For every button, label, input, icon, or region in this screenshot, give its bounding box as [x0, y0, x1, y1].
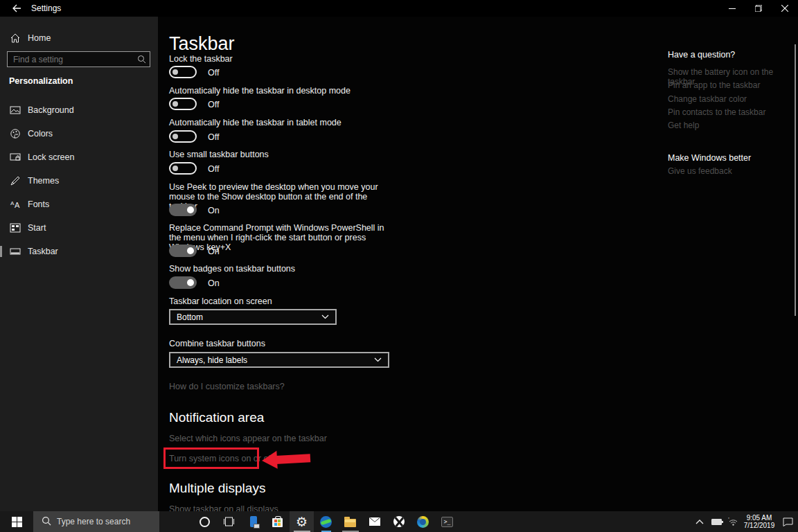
combine-buttons-dropdown[interactable]: Always, hide labels — [169, 352, 389, 368]
sidebar-item-home[interactable]: Home — [0, 26, 158, 50]
show-hidden-icons-button[interactable] — [691, 511, 708, 532]
clock-time: 9:05 AM — [741, 514, 777, 522]
battery-icon — [711, 519, 722, 525]
help-link[interactable]: Get help — [668, 121, 699, 130]
sidebar-item-label: Background — [28, 105, 74, 115]
toggle-label: Use small taskbar buttons — [169, 150, 398, 159]
chevron-down-icon — [321, 314, 335, 319]
task-view-icon — [223, 517, 235, 526]
settings-search-input[interactable] — [8, 55, 134, 64]
xbox-button[interactable] — [387, 511, 411, 532]
sidebar-item-colors[interactable]: Colors — [0, 122, 158, 145]
dropdown-label: Taskbar location on screen — [169, 296, 272, 306]
toggle-state: On — [208, 278, 220, 288]
your-phone-button[interactable] — [241, 511, 265, 532]
chevron-up-icon — [695, 520, 704, 524]
action-center-button[interactable] — [777, 511, 798, 532]
back-button[interactable] — [6, 0, 28, 17]
sidebar-item-label: Fonts — [28, 200, 49, 209]
minimize-icon — [729, 5, 736, 12]
your-phone-icon — [250, 516, 257, 527]
page-title: Taskbar — [169, 33, 235, 55]
command-prompt-icon: >_ — [441, 517, 453, 527]
lock-screen-icon — [10, 152, 21, 163]
select-icons-link[interactable]: Select which icons appear on the taskbar — [169, 434, 327, 443]
notification-area-heading: Notification area — [169, 410, 264, 425]
toggle-state: Off — [208, 68, 219, 78]
toggle-label: Automatically hide the taskbar in tablet… — [169, 118, 398, 127]
sidebar-item-label: Colors — [28, 129, 53, 139]
toggle-small-buttons[interactable] — [169, 162, 197, 175]
sidebar-item-fonts[interactable]: AA Fonts — [0, 193, 158, 216]
file-explorer-button[interactable] — [338, 511, 362, 532]
start-button[interactable] — [0, 511, 33, 532]
have-a-question-heading: Have a question? — [668, 50, 735, 60]
settings-taskbar-button[interactable]: ⚙ — [290, 511, 314, 532]
sidebar-item-label: Home — [28, 33, 51, 43]
toggle-badges[interactable] — [169, 276, 197, 289]
app-globe-icon — [320, 516, 332, 528]
background-icon — [10, 105, 21, 116]
toggle-peek[interactable] — [169, 204, 197, 216]
task-view-button[interactable] — [217, 511, 241, 532]
command-prompt-button[interactable]: >_ — [435, 511, 459, 532]
toggle-state: On — [208, 206, 220, 215]
sidebar-item-label: Lock screen — [28, 152, 74, 162]
dropdown-label: Combine taskbar buttons — [169, 339, 265, 348]
mail-icon — [369, 517, 380, 526]
help-link[interactable]: Change taskbar color — [668, 94, 747, 104]
cortana-button[interactable] — [193, 511, 217, 532]
taskbar-location-dropdown[interactable]: Bottom — [169, 309, 337, 325]
toggle-powershell[interactable] — [169, 245, 197, 257]
restore-button[interactable] — [745, 0, 772, 17]
make-windows-better-heading: Make Windows better — [668, 153, 751, 163]
taskbar-search-placeholder: Type here to search — [57, 517, 130, 526]
taskbar-clock[interactable]: 9:05 AM 7/12/2019 — [741, 514, 777, 529]
customize-taskbars-link[interactable]: How do I customize taskbars? — [169, 382, 285, 391]
sidebar-item-themes[interactable]: Themes — [0, 169, 158, 193]
toggle-state: Off — [208, 132, 219, 142]
toggle-label: Automatically hide the taskbar in deskto… — [169, 86, 398, 96]
sidebar-item-start[interactable]: Start — [0, 216, 158, 240]
settings-search-box[interactable] — [7, 51, 150, 67]
scrollbar[interactable] — [795, 44, 796, 316]
network-tray-button[interactable]: * — [725, 511, 741, 532]
home-icon — [10, 33, 21, 44]
windows-start-icon — [12, 517, 22, 527]
svg-text:A: A — [15, 201, 20, 209]
toggle-autohide-tablet[interactable] — [169, 130, 197, 143]
xbox-icon — [393, 516, 405, 527]
toggle-state: Off — [208, 164, 219, 174]
sidebar-item-taskbar[interactable]: Taskbar — [0, 240, 158, 263]
battery-tray-button[interactable] — [708, 511, 725, 532]
search-icon[interactable] — [134, 53, 148, 66]
close-icon — [781, 5, 788, 12]
themes-icon — [10, 175, 21, 186]
mail-button[interactable] — [362, 511, 387, 532]
sidebar-item-background[interactable]: Background — [0, 98, 158, 122]
store-button[interactable] — [265, 511, 290, 532]
help-link[interactable]: Pin contacts to the taskbar — [668, 107, 765, 117]
multiple-displays-heading: Multiple displays — [169, 481, 265, 496]
edge-icon — [417, 516, 429, 528]
minimize-button[interactable] — [719, 0, 745, 17]
clock-date: 7/12/2019 — [741, 522, 777, 529]
chevron-down-icon — [374, 357, 388, 362]
annotation-arrow-icon — [261, 449, 313, 470]
svg-text:*: * — [728, 517, 729, 521]
give-feedback-link[interactable]: Give us feedback — [668, 166, 732, 176]
search-icon — [42, 516, 51, 528]
toggle-autohide-desktop[interactable] — [169, 98, 197, 110]
show-taskbar-all-displays-link[interactable]: Show taskbar on all displays — [169, 504, 278, 511]
close-button[interactable] — [772, 0, 798, 17]
sidebar-item-lock-screen[interactable]: Lock screen — [0, 145, 158, 169]
settings-gear-icon: ⚙ — [296, 515, 308, 529]
app-globe-button[interactable] — [314, 511, 338, 532]
help-link[interactable]: Pin an app to the taskbar — [668, 80, 760, 90]
settings-sidebar: Home Personalization Background Colors L… — [0, 17, 158, 511]
network-icon: * — [728, 517, 738, 526]
toggle-lock-taskbar[interactable] — [169, 66, 197, 78]
sidebar-item-label: Taskbar — [28, 247, 58, 256]
taskbar-search-box[interactable]: Type here to search — [33, 511, 159, 532]
edge-button[interactable] — [411, 511, 435, 532]
